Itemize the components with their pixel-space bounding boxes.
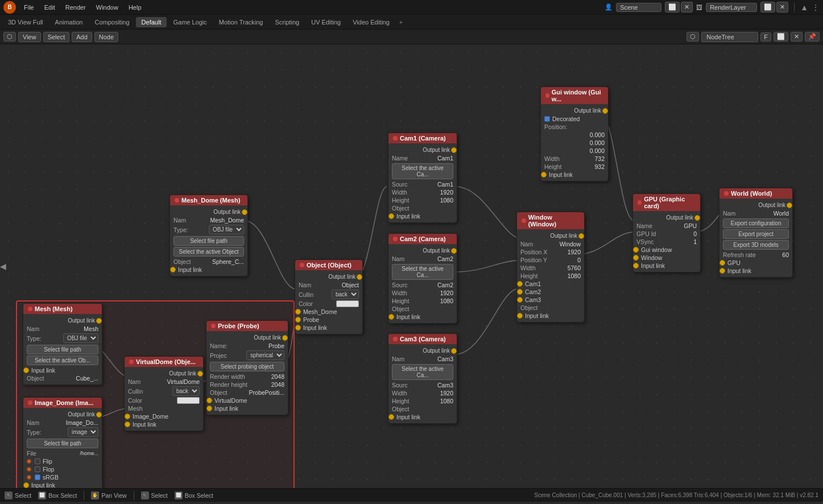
cursor-icon-2: ↖: [141, 491, 149, 499]
cam3-height: Height 1080: [392, 397, 453, 405]
status-select-2[interactable]: ↖ Select: [141, 491, 168, 499]
world-export-config[interactable]: Export configuration: [723, 218, 789, 228]
virtual-dome-cullin: Cullin back: [128, 386, 200, 396]
image-dome-flip-row[interactable]: Flip: [27, 457, 98, 465]
render-layer-input[interactable]: [706, 3, 757, 12]
node-gui-window[interactable]: Gui window (Gui w... Output link Decorat…: [540, 86, 609, 181]
probe-proj: Projec spherical: [210, 350, 284, 361]
tab-motion-tracking[interactable]: Motion Tracking: [213, 17, 269, 27]
virtual-dome-color-swatch[interactable]: [177, 397, 200, 404]
pin-icon[interactable]: 📌: [805, 32, 820, 42]
object-color-swatch[interactable]: [336, 300, 359, 307]
close-node-tree-icon[interactable]: ✕: [791, 32, 803, 42]
node-world[interactable]: World (World) Output link Nam World Expo…: [719, 188, 793, 278]
image-dome-type-select[interactable]: image: [68, 427, 98, 437]
toolbar-add[interactable]: Add: [72, 32, 92, 42]
image-dome-select-file[interactable]: Select file path: [27, 439, 98, 448]
probe-virtual-dome-row: VirtualDome: [210, 396, 284, 404]
gui-window-decorated[interactable]: Decorated: [544, 115, 605, 123]
probe-select-object[interactable]: Select probing object: [210, 362, 284, 371]
mesh-name: Nam Mesh: [27, 325, 98, 333]
status-select-1[interactable]: ↖ Select: [5, 491, 31, 499]
srgb-checkbox[interactable]: [35, 474, 40, 480]
up-icon[interactable]: ▲: [800, 3, 808, 12]
tab-default[interactable]: Default: [136, 17, 167, 27]
cam2-source: Sourc Cam2: [392, 281, 453, 289]
tab-video-editing[interactable]: Video Editing: [347, 17, 395, 27]
panel-toggle-arrow[interactable]: ◀: [0, 262, 6, 271]
status-pan-view[interactable]: ✋ Pan View: [91, 491, 126, 499]
cam2-name: Nam Cam2: [392, 255, 453, 263]
node-virtual-dome[interactable]: VirtualDome (Obje... Output link Nam Vir…: [124, 356, 204, 431]
render-layer-icon: 🖼: [696, 4, 702, 11]
fake-user-icon[interactable]: F: [760, 32, 771, 42]
virtual-dome-name: Nam VirtualDome: [128, 378, 200, 386]
tab-animation[interactable]: Animation: [49, 17, 89, 27]
node-canvas[interactable]: ◀ Gui window (Gui w...: [0, 44, 823, 488]
editor-type-icon[interactable]: ⬡: [3, 32, 16, 42]
menu-file[interactable]: File: [19, 3, 39, 12]
mesh-dome-type-select[interactable]: OBJ file: [209, 225, 244, 234]
node-world-header: World (World): [719, 188, 792, 199]
cam2-select-active[interactable]: Select the active Ca...: [392, 264, 453, 280]
tab-compositing[interactable]: Compositing: [89, 17, 135, 27]
node-object[interactable]: Object (Object) Output link Nam Object C…: [295, 259, 363, 334]
decorated-checkbox[interactable]: [544, 116, 550, 122]
object-cullin-select[interactable]: back: [332, 290, 359, 299]
menu-render[interactable]: Render: [61, 3, 90, 12]
menu-edit[interactable]: Edit: [40, 3, 60, 12]
tab-scripting[interactable]: Scripting: [269, 17, 305, 27]
cam3-select-active[interactable]: Select the active Ca...: [392, 364, 453, 380]
tab-3d-view-full[interactable]: 3D View Full: [2, 17, 49, 27]
menu-help[interactable]: Help: [124, 3, 146, 12]
mesh-dome-select-object[interactable]: Select the active Object: [173, 247, 244, 257]
node-mesh-dome[interactable]: Mesh_Dome (Mesh) Output link Nam Mesh_Do…: [169, 195, 248, 276]
node-gpu[interactable]: GPU (Graphic card) Output link Name GPU …: [632, 193, 701, 272]
toolbar-select[interactable]: Select: [43, 32, 70, 42]
probe-proj-select[interactable]: spherical: [246, 350, 284, 360]
node-cam1-header: Cam1 (Camera): [388, 133, 457, 143]
image-dome-srgb-row[interactable]: sRGB: [27, 473, 98, 481]
toolbar-node[interactable]: Node: [94, 32, 118, 42]
node-tree-input[interactable]: [701, 32, 758, 42]
node-window[interactable]: Window (Window) Output link Nam Window P…: [516, 212, 585, 323]
node-cam3[interactable]: Cam3 (Camera) Output link Nam Cam3 Selec…: [388, 333, 457, 424]
virtual-dome-cullin-select[interactable]: back: [172, 386, 200, 396]
node-image-dome[interactable]: Image_Dome (Ima... Output link Nam Image…: [23, 397, 102, 488]
scene-input[interactable]: [616, 3, 661, 12]
mesh-select-object[interactable]: Select the active Ob...: [27, 356, 98, 365]
delete-scene-icon[interactable]: ✕: [681, 2, 693, 13]
new-scene-icon[interactable]: ⬜: [665, 2, 680, 13]
tab-uv-editing[interactable]: UV Editing: [305, 17, 346, 27]
toolbar-view[interactable]: View: [18, 32, 41, 42]
world-export-3d[interactable]: Export 3D models: [723, 240, 789, 250]
object-output: Output link: [299, 272, 359, 281]
down-icon[interactable]: ⋮: [812, 3, 820, 12]
flip-checkbox[interactable]: [35, 458, 40, 464]
tab-game-logic[interactable]: Game Logic: [167, 17, 212, 27]
node-cam1[interactable]: Cam1 (Camera) Output link Name Cam1 Sele…: [388, 133, 457, 223]
world-input: Input link: [723, 267, 789, 275]
flop-checkbox[interactable]: [35, 466, 40, 472]
delete-rl-icon[interactable]: ✕: [776, 2, 788, 13]
cam1-select-active[interactable]: Select the active Ca...: [392, 163, 453, 179]
world-export-project[interactable]: Export project: [723, 229, 789, 239]
window-input: Input link: [520, 312, 581, 320]
mesh-select-file[interactable]: Select file path: [27, 345, 98, 354]
add-tab-button[interactable]: +: [396, 18, 406, 27]
new-rl-icon[interactable]: ⬜: [760, 2, 775, 13]
view-mode-icon[interactable]: ⬡: [686, 32, 699, 42]
mesh-dome-select-file[interactable]: Select file path: [173, 236, 244, 246]
node-cam2[interactable]: Cam2 (Camera) Output link Nam Cam2 Selec…: [388, 233, 457, 324]
mesh-type-select[interactable]: OBJ file: [63, 333, 98, 343]
cam2-width: Width 1920: [392, 289, 453, 297]
image-dome-flop-row[interactable]: Flop: [27, 465, 98, 473]
blender-logo[interactable]: B: [3, 1, 16, 14]
copy-icon[interactable]: ⬜: [774, 32, 788, 42]
node-mesh[interactable]: Mesh (Mesh) Output link Nam Mesh Type: O…: [23, 303, 102, 385]
status-box-select-1[interactable]: ⬜ Box Select: [38, 491, 77, 499]
cam3-input: Input link: [392, 413, 453, 421]
menu-window[interactable]: Window: [92, 3, 123, 12]
node-probe[interactable]: Probe (Probe) Output link Name: Probe Pr…: [206, 320, 288, 415]
status-box-select-2[interactable]: ⬜ Box Select: [175, 491, 213, 499]
